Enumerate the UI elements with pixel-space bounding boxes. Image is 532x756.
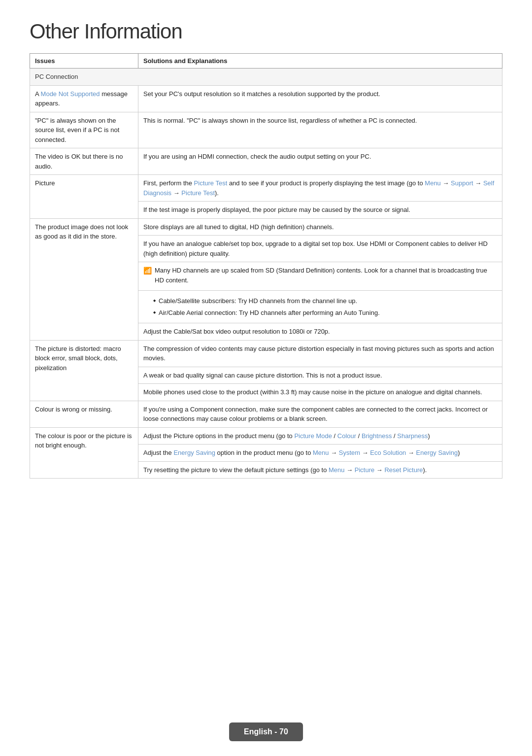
- solution-cell: Adjust the Energy Saving option in the p…: [138, 445, 502, 462]
- antenna-text: Many HD channels are up scaled from SD (…: [155, 266, 497, 285]
- table-row: A Mode Not Supported message appears.Set…: [30, 85, 502, 112]
- table-row: PictureFirst, perform the Picture Test a…: [30, 175, 502, 202]
- issue-cell: "PC" is always shown on the source list,…: [30, 112, 138, 148]
- solution-cell: Cable/Satellite subscribers: Try HD chan…: [138, 291, 502, 323]
- section-header-row: PC Connection: [30, 69, 502, 86]
- solution-cell: This is normal. "PC" is always shown in …: [138, 112, 502, 148]
- table-row: The video is OK but there is no audio.If…: [30, 148, 502, 175]
- issue-cell: The picture is distorted: macro block er…: [30, 340, 138, 401]
- solution-cell: First, perform the Picture Test and to s…: [138, 175, 502, 202]
- solution-cell: If you're using a Component connection, …: [138, 401, 502, 427]
- col-header-issues: Issues: [30, 54, 138, 69]
- table-row: The colour is poor or the picture is not…: [30, 427, 502, 445]
- solution-cell: If the test image is properly displayed,…: [138, 202, 502, 219]
- solution-cell: Store displays are all tuned to digital,…: [138, 218, 502, 236]
- list-item: Air/Cable Aerial connection: Try HD chan…: [153, 308, 497, 318]
- table-row: "PC" is always shown on the source list,…: [30, 112, 502, 148]
- col-header-solutions: Solutions and Explanations: [138, 54, 502, 69]
- page-title: Other Information: [30, 20, 502, 43]
- footer-label: English - 70: [229, 722, 303, 741]
- solution-cell: 📶Many HD channels are up scaled from SD …: [138, 262, 502, 291]
- issue-cell: The video is OK but there is no audio.: [30, 148, 138, 175]
- table-row: The picture is distorted: macro block er…: [30, 340, 502, 367]
- solution-cell: Adjust the Cable/Sat box video output re…: [138, 323, 502, 341]
- solution-cell: Set your PC's output resolution so it ma…: [138, 85, 502, 112]
- table-row: Colour is wrong or missing.If you're usi…: [30, 401, 502, 427]
- table-row: The product image does not look as good …: [30, 218, 502, 236]
- main-table: Issues Solutions and Explanations PC Con…: [30, 53, 502, 479]
- list-item: Cable/Satellite subscribers: Try HD chan…: [153, 296, 497, 306]
- solution-cell: A weak or bad quality signal can cause p…: [138, 367, 502, 384]
- solution-cell: Try resetting the picture to view the de…: [138, 461, 502, 479]
- solution-cell: The compression of video contents may ca…: [138, 340, 502, 367]
- antenna-icon: 📶: [143, 266, 152, 276]
- solution-cell: If you have an analogue cable/set top bo…: [138, 236, 502, 262]
- issue-cell: Colour is wrong or missing.: [30, 401, 138, 427]
- section-header-cell: PC Connection: [30, 69, 502, 86]
- mode-not-supported-link[interactable]: Mode Not Supported: [41, 90, 100, 98]
- solution-cell: Mobile phones used close to the product …: [138, 384, 502, 401]
- issue-cell: Picture: [30, 175, 138, 219]
- issue-cell: A Mode Not Supported message appears.: [30, 85, 138, 112]
- solution-cell: If you are using an HDMI connection, che…: [138, 148, 502, 175]
- issue-cell: The colour is poor or the picture is not…: [30, 427, 138, 479]
- solution-cell: Adjust the Picture options in the produc…: [138, 427, 502, 445]
- issue-cell: The product image does not look as good …: [30, 218, 138, 340]
